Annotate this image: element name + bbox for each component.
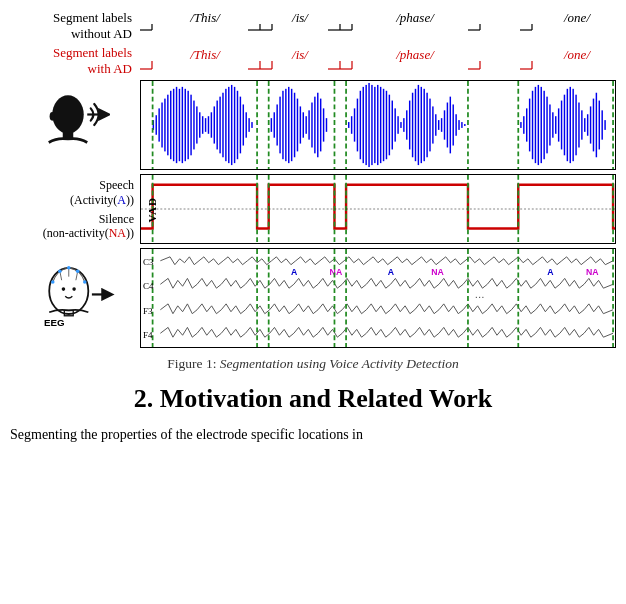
svg-rect-147 <box>564 95 565 156</box>
svg-rect-122 <box>438 120 439 130</box>
eeg-svg: A A A NA NA NA ... <box>141 249 615 347</box>
svg-rect-99 <box>371 85 372 165</box>
svg-rect-161 <box>604 120 605 130</box>
phoneme-this-ad: /This/ <box>160 47 250 63</box>
svg-rect-60 <box>222 93 223 158</box>
svg-rect-95 <box>360 91 361 159</box>
svg-text:EEG: EEG <box>44 318 65 329</box>
svg-rect-45 <box>179 89 180 161</box>
svg-rect-139 <box>541 87 542 163</box>
svg-rect-157 <box>593 99 594 152</box>
svg-rect-158 <box>596 93 597 158</box>
svg-rect-56 <box>211 113 212 138</box>
waveform-section <box>10 80 616 170</box>
svg-rect-79 <box>294 93 295 158</box>
svg-point-188 <box>51 281 55 285</box>
svg-rect-152 <box>578 103 579 148</box>
svg-text:NA: NA <box>431 268 444 278</box>
svg-rect-113 <box>412 93 413 158</box>
svg-rect-124 <box>444 111 445 140</box>
phoneme-is-no-ad: /is/ <box>270 10 330 26</box>
svg-text:A: A <box>291 268 298 278</box>
svg-rect-83 <box>305 117 306 135</box>
svg-rect-37 <box>156 116 157 136</box>
phoneme-one-no-ad: /one/ <box>532 10 622 26</box>
svg-rect-88 <box>320 99 321 152</box>
section-heading: 2. Motivation and Related Work <box>0 384 626 414</box>
svg-text:A: A <box>547 268 554 278</box>
svg-rect-155 <box>587 115 588 137</box>
svg-rect-137 <box>535 87 536 163</box>
svg-rect-93 <box>354 109 355 142</box>
svg-rect-104 <box>386 91 387 159</box>
svg-rect-65 <box>237 91 238 159</box>
svg-rect-38 <box>158 109 159 142</box>
svg-rect-96 <box>363 87 364 163</box>
svg-rect-150 <box>572 89 573 161</box>
svg-rect-81 <box>300 107 301 144</box>
svg-rect-76 <box>285 89 286 161</box>
svg-rect-91 <box>348 122 349 128</box>
vad-area: VAD <box>140 174 616 244</box>
svg-rect-117 <box>423 89 424 161</box>
svg-rect-114 <box>415 89 416 161</box>
svg-rect-156 <box>590 107 591 144</box>
svg-rect-115 <box>418 85 419 165</box>
svg-rect-89 <box>323 109 324 142</box>
svg-rect-74 <box>279 97 280 154</box>
svg-rect-97 <box>365 85 366 165</box>
svg-rect-120 <box>432 107 433 144</box>
svg-rect-62 <box>228 87 229 163</box>
svg-rect-85 <box>311 103 312 148</box>
svg-rect-49 <box>190 95 191 156</box>
svg-rect-64 <box>234 87 235 163</box>
eeg-icon-area: EEG <box>10 258 140 338</box>
svg-rect-48 <box>187 91 188 159</box>
svg-rect-119 <box>429 99 430 152</box>
svg-rect-135 <box>529 99 530 152</box>
svg-rect-138 <box>538 85 539 165</box>
svg-rect-160 <box>601 111 602 140</box>
svg-rect-92 <box>351 117 352 135</box>
vad-vertical-label: VAD <box>143 175 161 243</box>
svg-rect-87 <box>317 93 318 158</box>
svg-rect-108 <box>397 117 398 135</box>
phoneme-labels-ad: /This/ /is/ /phase/ /one/ <box>140 45 616 75</box>
svg-rect-132 <box>520 122 521 128</box>
svg-rect-86 <box>314 97 315 154</box>
svg-rect-142 <box>549 105 550 146</box>
svg-text:NA: NA <box>330 268 343 278</box>
eeg-head-icon: EEG <box>35 258 115 338</box>
svg-rect-153 <box>581 111 582 140</box>
svg-rect-69 <box>248 119 249 133</box>
svg-rect-123 <box>441 119 442 133</box>
svg-rect-103 <box>383 89 384 161</box>
svg-rect-52 <box>199 113 200 138</box>
svg-rect-78 <box>291 89 292 161</box>
phoneme-phase-no-ad: /phase/ <box>355 10 475 26</box>
svg-rect-149 <box>570 87 571 163</box>
svg-rect-144 <box>555 117 556 135</box>
svg-rect-154 <box>584 119 585 133</box>
vad-labels: Speech (Activity(A)) Silence (non-activi… <box>10 174 140 244</box>
svg-rect-110 <box>403 119 404 133</box>
svg-rect-71 <box>271 119 272 133</box>
svg-rect-125 <box>447 103 448 148</box>
svg-rect-63 <box>231 85 232 165</box>
svg-rect-57 <box>214 107 215 144</box>
svg-rect-109 <box>400 122 401 128</box>
svg-rect-82 <box>303 113 304 138</box>
svg-point-180 <box>62 288 66 292</box>
svg-rect-143 <box>552 113 553 138</box>
eeg-channel-labels: C3 C4 F3 F4 <box>143 249 163 347</box>
svg-rect-84 <box>308 111 309 140</box>
waveform-area <box>140 80 616 170</box>
svg-rect-90 <box>326 119 327 133</box>
svg-point-185 <box>67 266 71 270</box>
svg-rect-111 <box>406 111 407 140</box>
svg-rect-151 <box>575 95 576 156</box>
svg-rect-112 <box>409 101 410 150</box>
ad-label: Segment labels with AD <box>10 45 140 76</box>
svg-rect-51 <box>196 107 197 144</box>
svg-rect-41 <box>167 95 168 156</box>
